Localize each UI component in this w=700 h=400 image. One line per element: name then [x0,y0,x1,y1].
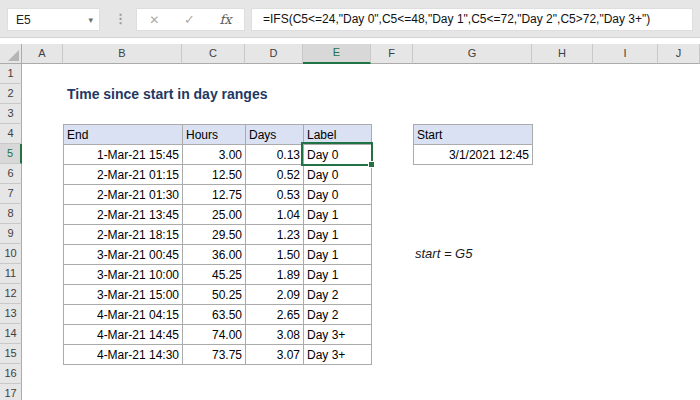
table-row: 4-Mar-21 04:15 63.50 2.65 Day 2 [64,305,372,325]
cell-days[interactable]: 0.53 [246,185,304,205]
cell-label[interactable]: Day 1 [304,245,372,265]
row-header-12[interactable]: 12 [0,284,22,304]
col-header-f[interactable]: F [371,44,413,64]
cell-label[interactable]: Day 1 [304,265,372,285]
cell-label[interactable]: Day 0 [304,185,372,205]
row-header-7[interactable]: 7 [0,184,22,204]
table-row: 3-Mar-21 15:00 50.25 2.09 Day 2 [64,285,372,305]
row-header-5-selected[interactable]: 5 [0,144,22,164]
cell-hours[interactable]: 29.50 [183,225,246,245]
cell-days[interactable]: 3.08 [246,325,304,345]
cell-days[interactable]: 0.52 [246,165,304,185]
cell-end[interactable]: 4-Mar-21 14:45 [64,325,183,345]
table-row: 2-Mar-21 13:45 25.00 1.04 Day 1 [64,205,372,225]
cell-end[interactable]: 4-Mar-21 04:15 [64,305,183,325]
cell-end[interactable]: 2-Mar-21 18:15 [64,225,183,245]
row-header-3[interactable]: 3 [0,104,22,124]
header-hours[interactable]: Hours [183,125,246,145]
cell-end[interactable]: 3-Mar-21 15:00 [64,285,183,305]
cell-hours[interactable]: 3.00 [183,145,246,165]
cell-days[interactable]: 1.23 [246,225,304,245]
separator-dots-icon: ⋮ [114,8,127,31]
insert-function-icon[interactable]: fx [220,12,232,27]
enter-icon[interactable]: ✓ [184,12,195,27]
cancel-icon[interactable]: ✕ [149,13,159,27]
cell-label[interactable]: Day 1 [304,205,372,225]
row-header-17[interactable]: 17 [0,384,22,400]
cell-days[interactable]: 1.89 [246,265,304,285]
row-header-8[interactable]: 8 [0,204,22,224]
start-header[interactable]: Start [414,125,533,145]
cell-end[interactable]: 2-Mar-21 13:45 [64,205,183,225]
col-header-b[interactable]: B [63,44,182,64]
cell-days[interactable]: 0.13 [246,145,304,165]
excel-window: E5 ▾ ⋮ ✕ ✓ fx =IFS(C5<=24,"Day 0",C5<=48… [0,0,700,400]
cell-days[interactable]: 1.04 [246,205,304,225]
cell-end[interactable]: 1-Mar-21 15:45 [64,145,183,165]
name-box-value: E5 [16,13,31,27]
cell-hours[interactable]: 45.25 [183,265,246,285]
formula-input[interactable]: =IFS(C5<=24,"Day 0",C5<=48,"Day 1",C5<=7… [251,8,693,31]
col-header-g[interactable]: G [413,44,532,64]
row-header-15[interactable]: 15 [0,344,22,364]
col-header-a[interactable]: A [22,44,63,64]
table-row: 3-Mar-21 10:00 45.25 1.89 Day 1 [64,265,372,285]
cell-end[interactable]: 3-Mar-21 00:45 [64,245,183,265]
row-header-10[interactable]: 10 [0,244,22,264]
cell-label[interactable]: Day 2 [304,305,372,325]
chevron-down-icon[interactable]: ▾ [88,15,99,25]
cell-hours[interactable]: 12.50 [183,165,246,185]
named-range-note[interactable]: start = G5 [415,244,472,264]
start-value[interactable]: 3/1/2021 12:45 [414,145,533,165]
select-all-triangle-icon [8,50,19,61]
active-cell-outline [301,142,373,166]
cell-end[interactable]: 2-Mar-21 01:15 [64,165,183,185]
cell-days[interactable]: 1.50 [246,245,304,265]
cell-label[interactable]: Day 2 [304,285,372,305]
cell-end[interactable]: 2-Mar-21 01:30 [64,185,183,205]
cell-hours[interactable]: 73.75 [183,345,246,365]
cell-hours[interactable]: 74.00 [183,325,246,345]
row-header-13[interactable]: 13 [0,304,22,324]
cell-days[interactable]: 3.07 [246,345,304,365]
cell-label[interactable]: Day 1 [304,225,372,245]
col-header-h[interactable]: H [532,44,593,64]
cell-end[interactable]: 3-Mar-21 10:00 [64,265,183,285]
cell-days[interactable]: 2.09 [246,285,304,305]
row-header-11[interactable]: 11 [0,264,22,284]
row-header-9[interactable]: 9 [0,224,22,244]
fill-handle[interactable] [368,161,375,168]
row-header-16[interactable]: 16 [0,364,22,384]
row-header-6[interactable]: 6 [0,164,22,184]
cell-end[interactable]: 4-Mar-21 14:30 [64,345,183,365]
column-headers: A B C D E F G H I J [0,44,700,64]
header-end[interactable]: End [64,125,183,145]
col-header-e-selected[interactable]: E [303,44,371,64]
cell-days[interactable]: 2.65 [246,305,304,325]
cell-hours[interactable]: 36.00 [183,245,246,265]
table-row: 3-Mar-21 00:45 36.00 1.50 Day 1 [64,245,372,265]
table-row: 4-Mar-21 14:30 73.75 3.07 Day 3+ [64,345,372,365]
name-box[interactable]: E5 ▾ [7,8,100,31]
table-row: 2-Mar-21 01:30 12.75 0.53 Day 0 [64,185,372,205]
start-panel: Start 3/1/2021 12:45 [413,124,533,165]
worksheet-title[interactable]: Time since start in day ranges [67,84,268,104]
select-all-corner[interactable] [0,44,22,64]
cell-hours[interactable]: 12.75 [183,185,246,205]
cell-hours[interactable]: 25.00 [183,205,246,225]
col-header-j[interactable]: J [658,44,700,64]
cell-hours[interactable]: 50.25 [183,285,246,305]
col-header-d[interactable]: D [245,44,303,64]
cell-hours[interactable]: 63.50 [183,305,246,325]
row-header-14[interactable]: 14 [0,324,22,344]
header-days[interactable]: Days [246,125,304,145]
cell-label[interactable]: Day 3+ [304,345,372,365]
row-header-4[interactable]: 4 [0,124,22,144]
row-header-2[interactable]: 2 [0,84,22,104]
formula-buttons: ✕ ✓ fx [136,8,245,31]
col-header-c[interactable]: C [182,44,245,64]
col-header-i[interactable]: I [593,44,658,64]
cell-label[interactable]: Day 0 [304,165,372,185]
row-header-1[interactable]: 1 [0,64,22,84]
cell-label[interactable]: Day 3+ [304,325,372,345]
